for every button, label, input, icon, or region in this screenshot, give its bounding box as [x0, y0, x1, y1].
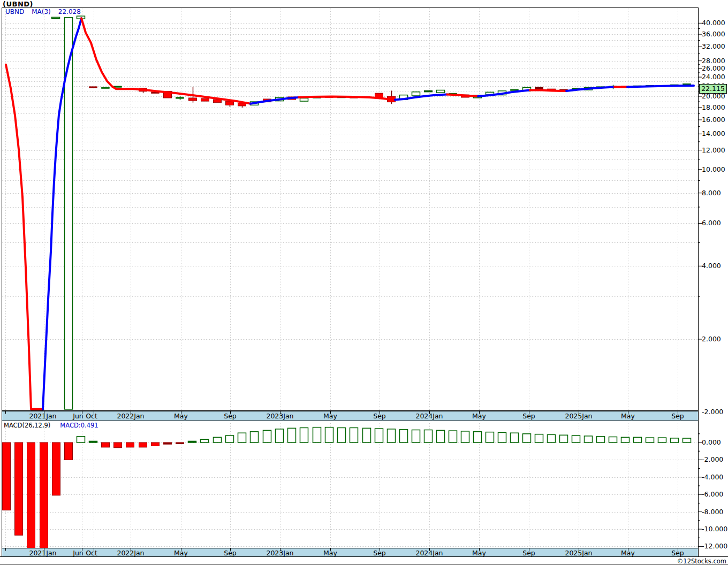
candle [437, 90, 445, 93]
macd-bar [350, 428, 358, 443]
macd-bar [511, 433, 519, 442]
candle [189, 98, 197, 101]
macd-bar [683, 438, 691, 442]
candle [89, 87, 97, 88]
candle [52, 17, 60, 19]
macd-legend-label: MACD(26,12,9) [4, 422, 50, 429]
candle [424, 90, 433, 92]
chart-canvas [0, 0, 728, 565]
macd-bar [634, 437, 642, 442]
price-pane-border [2, 8, 699, 411]
macd-bar [523, 434, 531, 442]
stock-chart-page: (UBND) UBNDMA(3)22.028 40.00036.00032.00… [0, 0, 728, 565]
macd-bar [621, 437, 630, 442]
ma-line-down [447, 95, 478, 96]
macd-bar [3, 442, 11, 510]
ma-line-down [6, 65, 43, 409]
macd-bar [325, 427, 333, 442]
macd-bar [139, 442, 147, 447]
macd-bar [572, 436, 580, 442]
macd-bar [338, 428, 346, 443]
date-band-bottom [2, 548, 699, 557]
macd-bar [188, 441, 196, 443]
macd-bar [40, 442, 48, 550]
macd-bar [671, 438, 679, 442]
macd-bar [263, 430, 271, 442]
ma-line-up [43, 18, 81, 409]
macd-bar [375, 429, 383, 442]
macd-bar [313, 427, 321, 442]
macd-bar [126, 442, 134, 447]
macd-bar [65, 442, 73, 460]
macd-bar [52, 442, 60, 495]
candle [412, 92, 420, 96]
macd-bar [226, 436, 234, 442]
macd-bar [658, 438, 666, 442]
candle [214, 100, 222, 103]
candle [201, 98, 209, 101]
candle [226, 101, 234, 105]
macd-bar [288, 428, 296, 442]
ma-line-down [530, 90, 566, 91]
macd-legend-value: MACD:0.491 [60, 422, 98, 429]
macd-bar [214, 437, 222, 442]
macd-bar [437, 430, 445, 442]
macd-bar [424, 430, 433, 443]
candle [300, 98, 308, 102]
date-band-top [2, 411, 699, 421]
macd-bar [585, 436, 593, 442]
macd-bar [27, 442, 35, 550]
macd-bar [646, 438, 654, 442]
macd-bar [474, 432, 482, 442]
ma-line-up [627, 86, 694, 87]
macd-bar [535, 434, 543, 442]
macd-pane [3, 427, 691, 550]
macd-bar [461, 431, 469, 442]
last-price-tag: 22.115 [699, 84, 727, 94]
price-pane [6, 16, 694, 409]
macd-bar [560, 435, 568, 442]
macd-legend: MACD(26,12,9)MACD:0.491 [4, 422, 98, 429]
macd-bar [77, 437, 85, 442]
macd-bar [548, 434, 556, 442]
macd-bar [176, 442, 184, 444]
macd-bar [89, 441, 97, 443]
macd-bar [498, 432, 506, 442]
candle [102, 87, 110, 89]
copyright-text: ©12Stocks.com [677, 558, 726, 565]
macd-bar [486, 432, 494, 442]
macd-bar [388, 429, 396, 442]
macd-bar [449, 431, 457, 442]
ma-line-up [251, 97, 299, 104]
macd-bar [114, 442, 122, 448]
macd-bar [102, 442, 110, 447]
macd-bar [201, 439, 209, 442]
candle [176, 97, 184, 99]
macd-bar [363, 428, 371, 442]
macd-bar [400, 430, 408, 442]
macd-bar [164, 442, 172, 444]
macd-bar [609, 437, 617, 443]
macd-bar [412, 430, 420, 443]
macd-bar [300, 428, 308, 443]
macd-bar [251, 432, 259, 442]
macd-bar [597, 437, 605, 442]
macd-bar [276, 429, 284, 442]
macd-bar [238, 433, 246, 442]
macd-bar [151, 442, 160, 446]
macd-bar [15, 442, 23, 535]
